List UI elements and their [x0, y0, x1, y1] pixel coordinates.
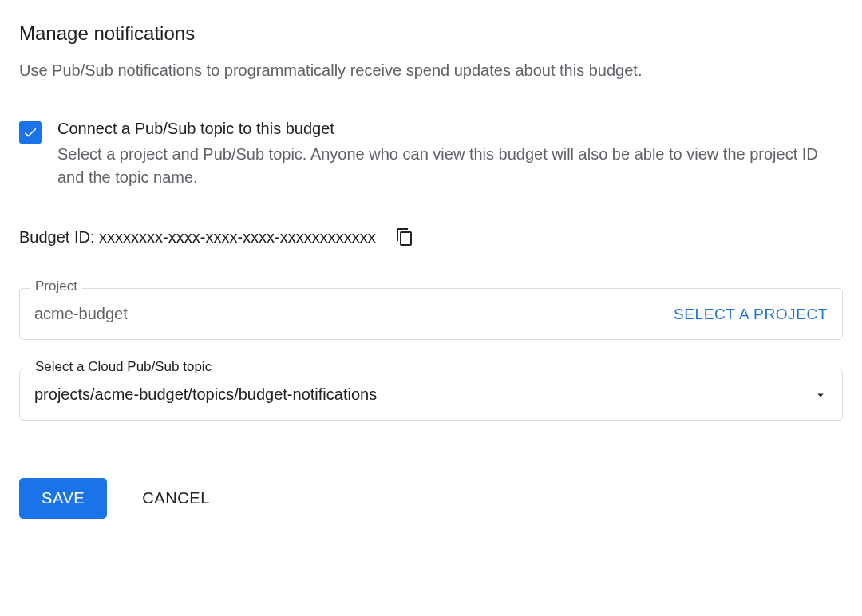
- copy-icon[interactable]: [395, 227, 414, 247]
- budget-id-row: Budget ID: xxxxxxxx-xxxx-xxxx-xxxx-xxxxx…: [19, 227, 843, 247]
- budget-id: Budget ID: xxxxxxxx-xxxx-xxxx-xxxx-xxxxx…: [19, 228, 376, 247]
- select-project-button[interactable]: SELECT A PROJECT: [674, 306, 828, 323]
- checkbox-row: Connect a Pub/Sub topic to this budget S…: [19, 120, 843, 189]
- section-title: Manage notifications: [19, 22, 843, 45]
- topic-field[interactable]: Select a Cloud Pub/Sub topic projects/ac…: [19, 369, 843, 421]
- checkmark-icon: [22, 124, 38, 140]
- button-row: SAVE CANCEL: [19, 478, 843, 519]
- budget-id-value: xxxxxxxx-xxxx-xxxx-xxxx-xxxxxxxxxxxx: [99, 228, 376, 246]
- topic-field-label: Select a Cloud Pub/Sub topic: [30, 359, 216, 375]
- checkbox-description: Select a project and Pub/Sub topic. Anyo…: [57, 143, 843, 189]
- section-description: Use Pub/Sub notifications to programmati…: [19, 59, 843, 81]
- cancel-button[interactable]: CANCEL: [142, 489, 210, 507]
- chevron-down-icon[interactable]: [813, 388, 828, 402]
- budget-id-label: Budget ID:: [19, 228, 99, 246]
- project-field: Project acme-budget SELECT A PROJECT: [19, 288, 843, 340]
- pubsub-checkbox[interactable]: [19, 121, 42, 144]
- checkbox-label: Connect a Pub/Sub topic to this budget: [57, 120, 843, 138]
- project-field-value: acme-budget: [34, 305, 128, 323]
- project-field-label: Project: [30, 278, 82, 294]
- topic-field-value: projects/acme-budget/topics/budget-notif…: [34, 385, 377, 404]
- save-button[interactable]: SAVE: [19, 478, 107, 519]
- checkbox-content: Connect a Pub/Sub topic to this budget S…: [57, 120, 843, 189]
